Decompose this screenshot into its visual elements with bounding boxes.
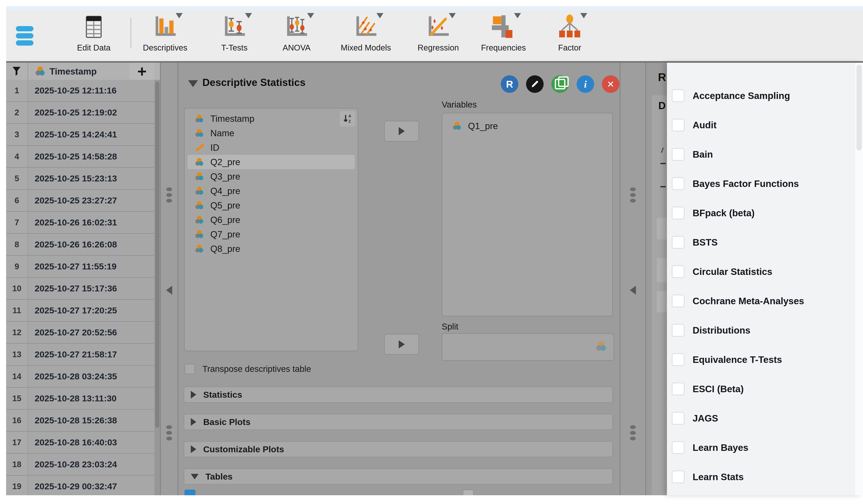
table-row[interactable]: 19 2025-10-29 00:32:47 xyxy=(6,476,160,495)
timestamp-cell[interactable]: 2025-10-27 20:52:56 xyxy=(35,322,117,343)
module-list-item[interactable]: Circular Statistics xyxy=(667,257,863,286)
timestamp-cell[interactable]: 2025-10-28 15:26:38 xyxy=(35,410,117,431)
regression-button[interactable]: Regression xyxy=(405,12,471,56)
module-list-item[interactable]: Equivalence T-Tests xyxy=(667,345,863,374)
collapse-right-arrow-icon[interactable] xyxy=(630,286,636,295)
modules-scrollbar[interactable] xyxy=(855,63,863,495)
timestamp-cell[interactable]: 2025-10-25 15:23:13 xyxy=(35,168,117,189)
collapse-left-arrow-icon[interactable] xyxy=(166,286,172,295)
variable-list-item[interactable]: Q3_pre xyxy=(188,169,355,184)
module-checkbox[interactable] xyxy=(672,324,685,337)
module-list-item[interactable]: Learn Stats xyxy=(667,462,863,492)
variable-list-item[interactable]: Q7_pre xyxy=(188,227,355,242)
left-panel-splitter[interactable] xyxy=(160,63,178,495)
module-checkbox[interactable] xyxy=(672,295,685,307)
module-checkbox[interactable] xyxy=(672,412,685,425)
transpose-checkbox[interactable] xyxy=(185,364,195,374)
filter-button[interactable] xyxy=(6,63,28,80)
table-row[interactable]: 11 2025-10-27 17:20:25 xyxy=(6,300,160,322)
descriptives-button[interactable]: Descriptives xyxy=(133,12,198,56)
module-checkbox[interactable] xyxy=(672,353,685,366)
timestamp-cell[interactable]: 2025-10-25 14:24:41 xyxy=(35,124,117,145)
timestamp-cell[interactable]: 2025-10-27 15:17:36 xyxy=(35,278,117,299)
variable-list-item[interactable]: Q6_pre xyxy=(188,212,355,227)
assign-to-split-button[interactable] xyxy=(384,334,419,355)
data-vertical-scrollbar[interactable] xyxy=(154,80,160,495)
column-header-timestamp[interactable]: Timestamp xyxy=(27,63,130,80)
variable-list-item[interactable]: Q4_pre xyxy=(188,184,355,198)
mixed-models-button[interactable]: Mixed Models xyxy=(333,12,399,56)
clipped-checked-checkbox[interactable] xyxy=(185,490,196,495)
module-list-item[interactable]: ESCI (Beta) xyxy=(667,374,863,404)
table-row[interactable]: 8 2025-10-26 16:26:08 xyxy=(6,234,160,256)
timestamp-cell[interactable]: 2025-10-28 03:24:35 xyxy=(35,366,117,387)
timestamp-cell[interactable]: 2025-10-27 17:20:25 xyxy=(35,300,117,321)
module-checkbox[interactable] xyxy=(672,89,685,102)
variable-list-item[interactable]: Name xyxy=(188,126,355,140)
variable-list-item[interactable]: Q5_pre xyxy=(188,198,355,212)
main-menu-hamburger-button[interactable] xyxy=(16,26,34,46)
timestamp-cell[interactable]: 2025-10-26 16:26:08 xyxy=(35,234,117,255)
anova-button[interactable]: ANOVA xyxy=(264,12,329,56)
table-row[interactable]: 1 2025-10-25 12:11:16 xyxy=(6,80,160,102)
variable-list-item[interactable]: Q2_pre xyxy=(188,155,355,169)
module-checkbox[interactable] xyxy=(672,177,685,190)
timestamp-cell[interactable]: 2025-10-27 11:55:19 xyxy=(35,256,116,277)
table-row[interactable]: 4 2025-10-25 14:58:28 xyxy=(6,146,160,168)
edit-data-button[interactable]: Edit Data xyxy=(61,12,126,56)
table-row[interactable]: 17 2025-10-28 16:40:03 xyxy=(6,432,160,454)
module-checkbox[interactable] xyxy=(672,383,685,395)
r-syntax-button[interactable]: R xyxy=(501,75,518,93)
table-row[interactable]: 12 2025-10-27 20:52:56 xyxy=(6,322,160,344)
duplicate-analysis-button[interactable] xyxy=(551,75,569,93)
info-button[interactable]: i xyxy=(577,75,594,93)
add-column-button[interactable]: + xyxy=(129,63,154,80)
timestamp-cell[interactable]: 2025-10-28 13:11:30 xyxy=(35,388,116,409)
table-row[interactable]: 2 2025-10-25 12:19:02 xyxy=(6,102,160,124)
split-assigned-box[interactable] xyxy=(442,333,614,361)
clipped-unchecked-checkbox[interactable] xyxy=(463,490,474,495)
module-checkbox[interactable] xyxy=(672,148,685,161)
section-customizable-plots[interactable]: Customizable Plots xyxy=(184,441,613,457)
timestamp-cell[interactable]: 2025-10-27 21:58:17 xyxy=(35,344,117,365)
variable-list-item[interactable]: Timestamp xyxy=(188,112,355,126)
factor-button[interactable]: Factor xyxy=(537,12,602,56)
assigned-variable-item[interactable]: Q1_pre xyxy=(445,119,610,133)
module-list-item[interactable]: Bayes Factor Functions xyxy=(667,169,863,198)
transpose-descriptives-option[interactable]: Transpose descriptives table xyxy=(185,364,311,374)
module-checkbox[interactable] xyxy=(672,119,685,131)
drag-handle-dots-icon[interactable] xyxy=(630,425,636,442)
table-row[interactable]: 10 2025-10-27 15:17:36 xyxy=(6,278,160,300)
table-row[interactable]: 14 2025-10-28 03:24:35 xyxy=(6,366,160,388)
timestamp-cell[interactable]: 2025-10-25 23:27:27 xyxy=(35,190,117,211)
timestamp-cell[interactable]: 2025-10-25 14:58:28 xyxy=(35,146,117,167)
module-list-item[interactable]: Learn Bayes xyxy=(667,433,863,462)
scrollbar-thumb[interactable] xyxy=(856,65,862,150)
table-row[interactable]: 7 2025-10-26 16:02:31 xyxy=(6,212,160,234)
close-analysis-button[interactable]: ✕ xyxy=(602,75,620,93)
t-tests-button[interactable]: T-Tests xyxy=(202,12,267,56)
timestamp-cell[interactable]: 2025-10-25 12:11:16 xyxy=(35,80,116,101)
timestamp-cell[interactable]: 2025-10-28 16:40:03 xyxy=(35,432,117,453)
table-row[interactable]: 9 2025-10-27 11:55:19 xyxy=(6,256,160,278)
module-list-item[interactable]: Cochrane Meta-Analyses xyxy=(667,286,863,315)
sort-variables-button[interactable]: A Z xyxy=(340,111,355,127)
drag-handle-dots-icon[interactable] xyxy=(166,425,172,442)
module-list-item[interactable]: BSTS xyxy=(667,228,863,257)
drag-handle-dots-icon[interactable] xyxy=(630,188,636,205)
drag-handle-dots-icon[interactable] xyxy=(166,188,172,205)
table-row[interactable]: 6 2025-10-25 23:27:27 xyxy=(6,190,160,212)
module-list-item[interactable]: JAGS xyxy=(667,404,863,433)
module-checkbox[interactable] xyxy=(672,207,685,219)
module-checkbox[interactable] xyxy=(672,265,685,278)
table-row[interactable]: 18 2025-10-28 23:03:24 xyxy=(6,454,160,476)
timestamp-cell[interactable]: 2025-10-28 23:03:24 xyxy=(35,454,117,475)
table-row[interactable]: 15 2025-10-28 13:11:30 xyxy=(6,388,160,410)
table-row[interactable]: 13 2025-10-27 21:58:17 xyxy=(6,344,160,366)
variables-assigned-box[interactable]: Q1_pre xyxy=(442,113,613,316)
timestamp-cell[interactable]: 2025-10-26 16:02:31 xyxy=(35,212,117,233)
module-checkbox[interactable] xyxy=(672,236,685,249)
edit-title-button[interactable] xyxy=(526,75,543,93)
assign-to-variables-button[interactable] xyxy=(384,121,419,142)
variable-list-item[interactable]: Q8_pre xyxy=(188,242,355,256)
